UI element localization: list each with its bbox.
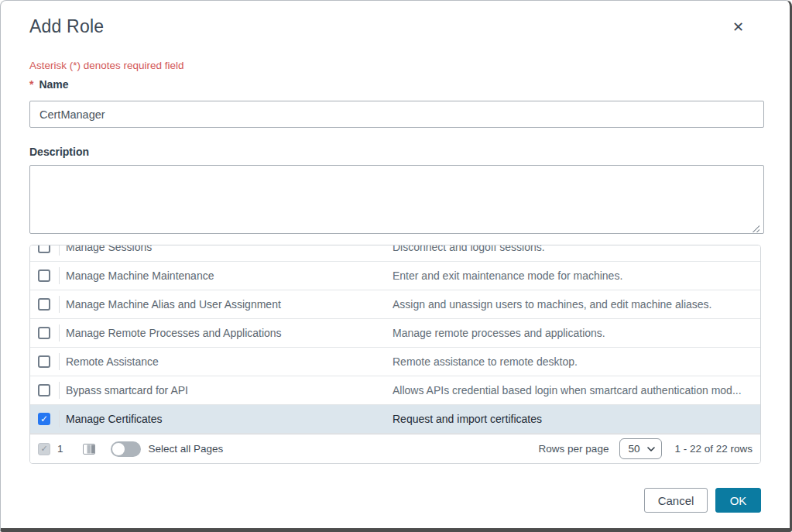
rows-per-page-label: Rows per page bbox=[539, 443, 609, 455]
permission-name: Manage Machine Alias and User Assignment bbox=[60, 298, 393, 311]
close-icon: ✕ bbox=[732, 19, 744, 35]
name-input[interactable] bbox=[29, 101, 764, 128]
row-checkbox[interactable] bbox=[38, 413, 50, 425]
row-checkbox[interactable] bbox=[38, 355, 50, 368]
ok-button[interactable]: OK bbox=[715, 488, 761, 513]
rows-per-page-value: 50 bbox=[628, 443, 639, 455]
description-label: Description bbox=[29, 146, 761, 158]
close-button[interactable]: ✕ bbox=[731, 18, 746, 36]
required-field-note: Asterisk (*) denotes required field bbox=[29, 60, 761, 71]
permissions-rows-viewport: Manage Sessions Disconnect and logoff se… bbox=[30, 245, 760, 434]
dialog-header: Add Role ✕ bbox=[29, 1, 761, 37]
add-role-dialog: Add Role ✕ Asterisk (*) denotes required… bbox=[0, 0, 792, 532]
description-textarea[interactable] bbox=[29, 165, 764, 234]
pagination-right: Rows per page 50 1 - 22 of 22 rows bbox=[539, 438, 753, 459]
permission-description: Assign and unassign users to machines, a… bbox=[393, 298, 760, 311]
row-checkbox-cell bbox=[30, 298, 59, 311]
page-number: 1 bbox=[57, 443, 63, 455]
name-label: *Name bbox=[29, 78, 761, 91]
permissions-table: Manage Sessions Disconnect and logoff se… bbox=[29, 245, 761, 464]
permission-description: Request and import certificates bbox=[393, 413, 760, 425]
permission-description: Allows APIs credential based login when … bbox=[393, 384, 760, 396]
row-checkbox[interactable] bbox=[38, 245, 50, 253]
row-checkbox[interactable] bbox=[38, 327, 50, 339]
row-checkbox-cell bbox=[30, 327, 59, 339]
page-title: Add Role bbox=[29, 16, 104, 37]
permission-description: Remote assistance to remote desktop. bbox=[393, 355, 760, 368]
table-row[interactable]: Bypass smartcard for API Allows APIs cre… bbox=[30, 376, 760, 405]
table-footer: 1 Select all Pages Rows per page 50 1 - … bbox=[30, 434, 760, 463]
row-range-text: 1 - 22 of 22 rows bbox=[674, 443, 753, 455]
table-row[interactable]: Manage Remote Processes and Applications… bbox=[30, 319, 760, 348]
toggle-knob bbox=[112, 443, 125, 455]
description-field-wrap bbox=[29, 165, 761, 234]
row-checkbox-cell bbox=[30, 384, 59, 396]
chevron-down-icon bbox=[647, 447, 655, 451]
row-checkbox-cell bbox=[30, 245, 59, 253]
rows-per-page-select[interactable]: 50 bbox=[619, 438, 662, 459]
table-row[interactable]: Manage Certificates Request and import c… bbox=[30, 405, 760, 434]
required-asterisk: * bbox=[29, 78, 33, 91]
permission-name: Manage Sessions bbox=[60, 245, 393, 253]
name-label-text: Name bbox=[39, 78, 68, 91]
row-checkbox[interactable] bbox=[38, 298, 50, 311]
table-row[interactable]: Remote Assistance Remote assistance to r… bbox=[30, 348, 760, 376]
permission-description: Enter and exit maintenance mode for mach… bbox=[393, 269, 760, 282]
dialog-actions: Cancel OK bbox=[29, 488, 761, 513]
permission-description: Disconnect and logoff sessions. bbox=[393, 245, 760, 253]
cancel-button[interactable]: Cancel bbox=[644, 488, 708, 513]
row-checkbox-cell bbox=[30, 269, 59, 282]
permission-name: Manage Certificates bbox=[60, 413, 393, 425]
permission-description: Manage remote processes and applications… bbox=[393, 327, 760, 339]
row-checkbox-cell bbox=[30, 355, 59, 368]
permission-name: Bypass smartcard for API bbox=[60, 384, 393, 396]
table-row[interactable]: Manage Sessions Disconnect and logoff se… bbox=[30, 245, 760, 262]
row-checkbox[interactable] bbox=[38, 269, 50, 282]
select-all-pages-label: Select all Pages bbox=[149, 443, 224, 455]
row-checkbox-cell bbox=[30, 413, 59, 425]
table-row[interactable]: Manage Machine Alias and User Assignment… bbox=[30, 290, 760, 319]
page-select-checkbox[interactable] bbox=[38, 443, 50, 455]
select-all-pages-toggle[interactable] bbox=[111, 441, 141, 457]
columns-icon[interactable] bbox=[83, 444, 95, 455]
permission-name: Manage Remote Processes and Applications bbox=[60, 327, 393, 339]
row-checkbox[interactable] bbox=[38, 384, 50, 396]
permission-name: Manage Machine Maintenance bbox=[60, 269, 393, 282]
permission-name: Remote Assistance bbox=[60, 355, 393, 368]
table-row[interactable]: Manage Machine Maintenance Enter and exi… bbox=[30, 262, 760, 290]
